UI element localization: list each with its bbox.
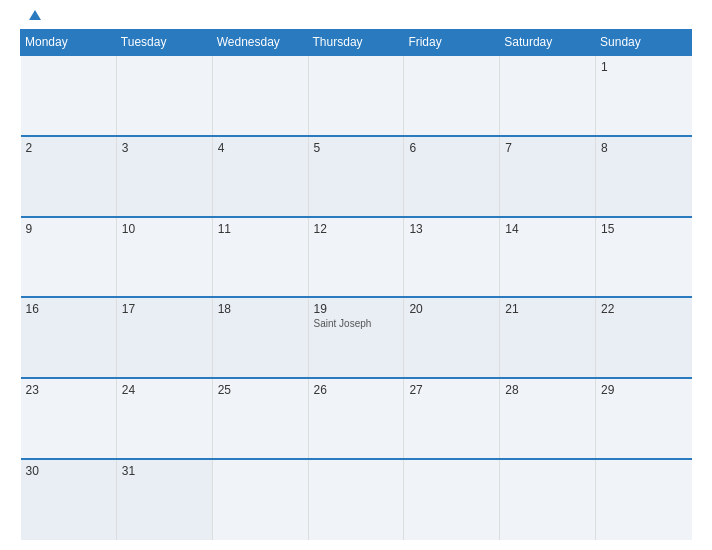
day-number: 3 (122, 141, 207, 155)
day-number: 10 (122, 222, 207, 236)
calendar-cell (308, 55, 404, 136)
weekday-header-row: MondayTuesdayWednesdayThursdayFridaySatu… (21, 30, 692, 56)
calendar-cell: 22 (596, 297, 692, 378)
calendar-cell: 30 (21, 459, 117, 540)
calendar-cell: 18 (212, 297, 308, 378)
calendar-cell: 24 (116, 378, 212, 459)
calendar-cell: 21 (500, 297, 596, 378)
day-number: 25 (218, 383, 303, 397)
day-number: 21 (505, 302, 590, 316)
calendar-cell: 14 (500, 217, 596, 298)
calendar-cell: 4 (212, 136, 308, 217)
weekday-header-friday: Friday (404, 30, 500, 56)
calendar-cell (212, 55, 308, 136)
calendar-cell (212, 459, 308, 540)
week-row-5: 23242526272829 (21, 378, 692, 459)
calendar-cell: 20 (404, 297, 500, 378)
day-number: 11 (218, 222, 303, 236)
weekday-header-thursday: Thursday (308, 30, 404, 56)
day-number: 8 (601, 141, 686, 155)
calendar-cell: 7 (500, 136, 596, 217)
calendar-cell: 29 (596, 378, 692, 459)
calendar-cell (500, 55, 596, 136)
calendar-header (20, 10, 692, 21)
weekday-header-monday: Monday (21, 30, 117, 56)
calendar-cell: 17 (116, 297, 212, 378)
calendar-cell (404, 459, 500, 540)
week-row-6: 3031 (21, 459, 692, 540)
calendar-cell: 16 (21, 297, 117, 378)
day-number: 24 (122, 383, 207, 397)
week-row-4: 16171819Saint Joseph202122 (21, 297, 692, 378)
day-number: 31 (122, 464, 207, 478)
calendar-cell: 8 (596, 136, 692, 217)
logo-triangle-icon (29, 10, 41, 20)
logo-blue-text (25, 10, 41, 21)
calendar-cell: 23 (21, 378, 117, 459)
calendar-cell: 28 (500, 378, 596, 459)
weekday-header-wednesday: Wednesday (212, 30, 308, 56)
week-row-3: 9101112131415 (21, 217, 692, 298)
calendar-table: MondayTuesdayWednesdayThursdayFridaySatu… (20, 29, 692, 540)
calendar-cell (116, 55, 212, 136)
calendar-cell: 11 (212, 217, 308, 298)
calendar-cell: 31 (116, 459, 212, 540)
day-number: 27 (409, 383, 494, 397)
day-number: 13 (409, 222, 494, 236)
calendar-cell: 2 (21, 136, 117, 217)
calendar-cell: 3 (116, 136, 212, 217)
day-number: 12 (314, 222, 399, 236)
weekday-header-tuesday: Tuesday (116, 30, 212, 56)
calendar-cell (596, 459, 692, 540)
calendar-cell: 26 (308, 378, 404, 459)
day-number: 29 (601, 383, 686, 397)
calendar-cell (308, 459, 404, 540)
calendar-cell: 6 (404, 136, 500, 217)
calendar-cell: 10 (116, 217, 212, 298)
day-number: 22 (601, 302, 686, 316)
calendar-cell: 5 (308, 136, 404, 217)
day-number: 1 (601, 60, 686, 74)
day-number: 16 (26, 302, 111, 316)
logo (25, 10, 41, 21)
day-number: 5 (314, 141, 399, 155)
week-row-1: 1 (21, 55, 692, 136)
calendar-cell (500, 459, 596, 540)
calendar-cell: 13 (404, 217, 500, 298)
weekday-header-saturday: Saturday (500, 30, 596, 56)
day-number: 9 (26, 222, 111, 236)
calendar-cell (21, 55, 117, 136)
day-number: 17 (122, 302, 207, 316)
calendar-cell: 19Saint Joseph (308, 297, 404, 378)
day-number: 15 (601, 222, 686, 236)
event-label: Saint Joseph (314, 318, 399, 329)
calendar-cell: 15 (596, 217, 692, 298)
day-number: 28 (505, 383, 590, 397)
calendar-cell: 1 (596, 55, 692, 136)
day-number: 19 (314, 302, 399, 316)
day-number: 20 (409, 302, 494, 316)
day-number: 4 (218, 141, 303, 155)
day-number: 6 (409, 141, 494, 155)
calendar-cell (404, 55, 500, 136)
calendar-cell: 9 (21, 217, 117, 298)
weekday-header-sunday: Sunday (596, 30, 692, 56)
day-number: 7 (505, 141, 590, 155)
week-row-2: 2345678 (21, 136, 692, 217)
day-number: 18 (218, 302, 303, 316)
calendar-cell: 25 (212, 378, 308, 459)
day-number: 26 (314, 383, 399, 397)
calendar-cell: 27 (404, 378, 500, 459)
day-number: 30 (26, 464, 111, 478)
day-number: 2 (26, 141, 111, 155)
day-number: 14 (505, 222, 590, 236)
calendar-cell: 12 (308, 217, 404, 298)
day-number: 23 (26, 383, 111, 397)
